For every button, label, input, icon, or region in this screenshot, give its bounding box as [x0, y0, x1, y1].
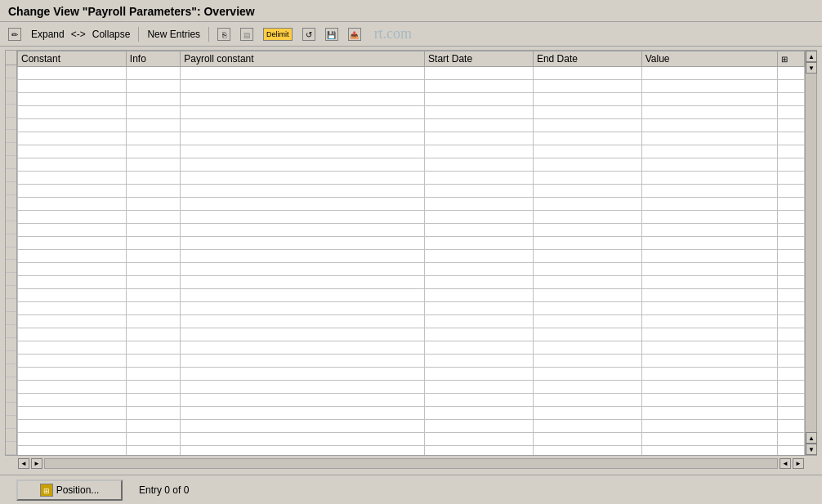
- table-cell[interactable]: [641, 381, 777, 394]
- table-cell[interactable]: [641, 289, 777, 302]
- scroll-down-button-top[interactable]: ▼: [806, 62, 817, 74]
- table-cell[interactable]: [641, 302, 777, 315]
- table-cell[interactable]: [181, 368, 425, 381]
- table-cell[interactable]: [641, 276, 777, 289]
- table-cell[interactable]: [126, 93, 180, 106]
- table-cell[interactable]: [126, 433, 180, 446]
- table-cell[interactable]: [533, 158, 641, 172]
- table-cell[interactable]: [18, 211, 127, 224]
- table-row[interactable]: [18, 328, 805, 341]
- table-cell[interactable]: [126, 302, 180, 315]
- table-cell[interactable]: [641, 433, 777, 446]
- table-cell[interactable]: [777, 93, 804, 106]
- table-row[interactable]: [18, 211, 805, 224]
- table-cell[interactable]: [425, 172, 534, 185]
- table-cell[interactable]: [18, 276, 127, 289]
- table-cell[interactable]: [777, 198, 804, 211]
- table-cell[interactable]: [18, 93, 127, 106]
- table-cell[interactable]: [126, 250, 180, 263]
- table-cell[interactable]: [777, 145, 804, 158]
- table-row[interactable]: [18, 119, 805, 132]
- table-cell[interactable]: [641, 185, 777, 198]
- table-cell[interactable]: [533, 119, 641, 132]
- table-row[interactable]: [18, 315, 805, 328]
- table-cell[interactable]: [18, 433, 127, 446]
- table-row[interactable]: [18, 407, 805, 420]
- table-cell[interactable]: [641, 93, 777, 106]
- table-cell[interactable]: [18, 341, 127, 355]
- table-cell[interactable]: [425, 381, 534, 394]
- table-cell[interactable]: [533, 145, 641, 158]
- table-cell[interactable]: [126, 263, 180, 276]
- delimit-button[interactable]: Delimit: [260, 26, 296, 42]
- table-cell[interactable]: [641, 198, 777, 211]
- save-button[interactable]: 💾: [322, 26, 342, 42]
- table-cell[interactable]: [641, 407, 777, 420]
- table-cell[interactable]: [126, 145, 180, 158]
- table-row[interactable]: [18, 446, 805, 457]
- table-cell[interactable]: [181, 315, 425, 328]
- table-row[interactable]: [18, 341, 805, 355]
- table-cell[interactable]: [126, 237, 180, 250]
- table-cell[interactable]: [181, 224, 425, 237]
- table-cell[interactable]: [533, 355, 641, 368]
- table-cell[interactable]: [126, 172, 180, 185]
- scroll-up-button[interactable]: ▲: [806, 51, 817, 62]
- table-cell[interactable]: [777, 407, 804, 420]
- table-cell[interactable]: [425, 420, 534, 433]
- table-cell[interactable]: [181, 355, 425, 368]
- table-cell[interactable]: [126, 276, 180, 289]
- table-cell[interactable]: [533, 276, 641, 289]
- table-cell[interactable]: [641, 224, 777, 237]
- table-cell[interactable]: [126, 328, 180, 341]
- table-cell[interactable]: [425, 119, 534, 132]
- table-row[interactable]: [18, 237, 805, 250]
- table-row[interactable]: [18, 355, 805, 368]
- table-cell[interactable]: [181, 433, 425, 446]
- table-cell[interactable]: [18, 302, 127, 315]
- table-cell[interactable]: [126, 368, 180, 381]
- table-cell[interactable]: [18, 158, 127, 172]
- table-cell[interactable]: [181, 67, 425, 80]
- table-cell[interactable]: [181, 263, 425, 276]
- table-cell[interactable]: [425, 145, 534, 158]
- table-cell[interactable]: [425, 211, 534, 224]
- table-cell[interactable]: [533, 368, 641, 381]
- table-cell[interactable]: [777, 132, 804, 145]
- scroll-down-button[interactable]: ▼: [806, 444, 817, 455]
- table-cell[interactable]: [425, 185, 534, 198]
- table-cell[interactable]: [533, 250, 641, 263]
- table-cell[interactable]: [18, 237, 127, 250]
- table-row[interactable]: [18, 132, 805, 145]
- table-cell[interactable]: [777, 446, 804, 457]
- table-cell[interactable]: [533, 106, 641, 119]
- table-cell[interactable]: [181, 93, 425, 106]
- edit-button[interactable]: ✏: [5, 26, 25, 42]
- table-row[interactable]: [18, 93, 805, 106]
- table-cell[interactable]: [181, 211, 425, 224]
- table-cell[interactable]: [126, 211, 180, 224]
- table-cell[interactable]: [18, 106, 127, 119]
- table-cell[interactable]: [18, 263, 127, 276]
- table-cell[interactable]: [641, 420, 777, 433]
- table-cell[interactable]: [777, 368, 804, 381]
- table-cell[interactable]: [126, 158, 180, 172]
- table-cell[interactable]: [641, 67, 777, 80]
- table-cell[interactable]: [777, 433, 804, 446]
- table-cell[interactable]: [425, 237, 534, 250]
- table-cell[interactable]: [777, 263, 804, 276]
- table-cell[interactable]: [777, 172, 804, 185]
- table-cell[interactable]: [777, 315, 804, 328]
- table-cell[interactable]: [425, 355, 534, 368]
- table-cell[interactable]: [181, 158, 425, 172]
- position-button[interactable]: ⊞ Position...: [16, 479, 123, 501]
- table-cell[interactable]: [425, 158, 534, 172]
- table-cell[interactable]: [641, 315, 777, 328]
- table-cell[interactable]: [533, 381, 641, 394]
- table-cell[interactable]: [181, 302, 425, 315]
- table-cell[interactable]: [533, 172, 641, 185]
- table-row[interactable]: [18, 172, 805, 185]
- table-cell[interactable]: [641, 132, 777, 145]
- table-cell[interactable]: [533, 185, 641, 198]
- table-cell[interactable]: [18, 328, 127, 341]
